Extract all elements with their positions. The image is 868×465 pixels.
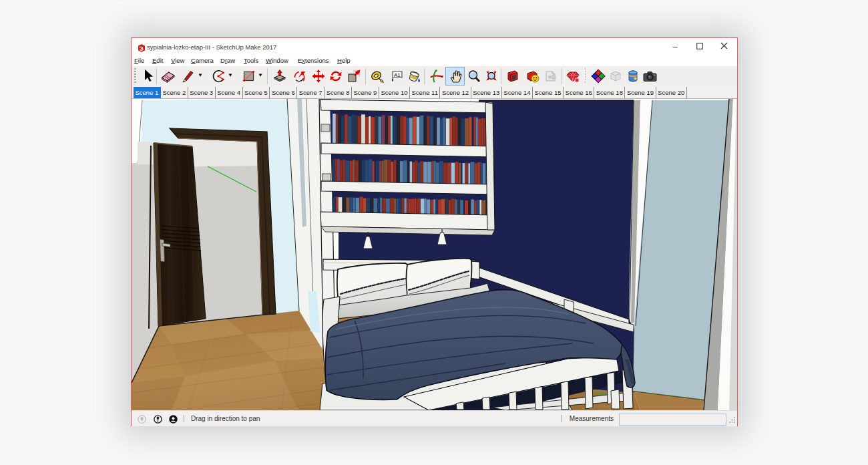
svg-text:A1: A1 — [394, 72, 401, 78]
